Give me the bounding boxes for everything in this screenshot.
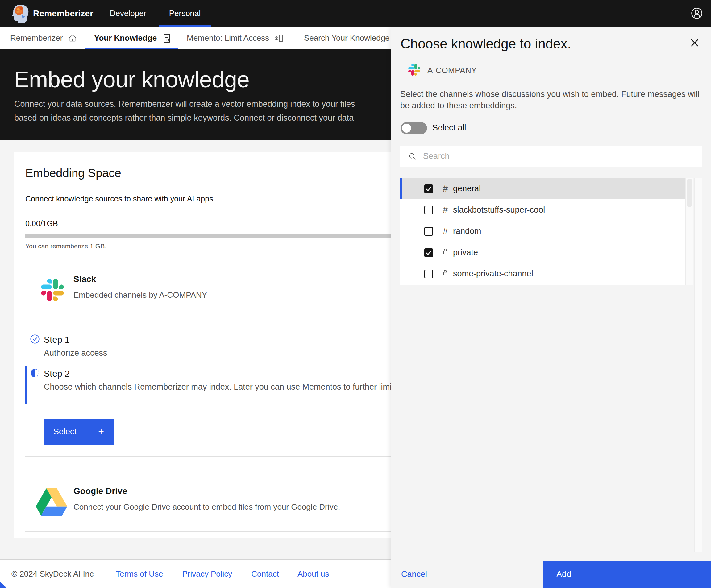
channel-label: random: [453, 226, 481, 236]
channel-list: # general # slackbotstuffs-super-cool # …: [400, 178, 693, 285]
channel-rows: # general # slackbotstuffs-super-cool # …: [400, 178, 685, 285]
channel-checkbox[interactable]: [424, 184, 433, 193]
nav-item-personal[interactable]: Personal: [159, 0, 211, 27]
select-button-label: Select: [53, 427, 77, 437]
active-tab-underline: [85, 47, 178, 49]
brand[interactable]: Rememberizer: [12, 0, 93, 27]
channel-label: general: [453, 184, 481, 193]
panel-title: Choose knowledge to index.: [401, 36, 571, 51]
slack-workspace-icon: [408, 64, 420, 75]
select-all-label: Select all: [432, 123, 466, 133]
panel-description: Select the channels whose discussions yo…: [400, 89, 709, 111]
google-drive-logo-icon: [36, 488, 67, 516]
slack-card-title: Slack: [73, 274, 96, 284]
active-nav-underline: [159, 25, 211, 27]
channel-row[interactable]: # slackbotstuffs-super-cool: [400, 199, 685, 221]
step2-incomplete-icon: [30, 368, 40, 378]
channel-search: [400, 146, 702, 167]
storage-usage-value: 0.00/1GB: [25, 219, 58, 228]
channel-checkbox[interactable]: [424, 206, 433, 214]
channel-label: slackbotstuffs-super-cool: [453, 205, 545, 215]
footer-link-contact[interactable]: Contact: [251, 569, 279, 579]
hero-subtitle-line2: based on ideas and concepts rather than …: [14, 111, 355, 125]
embedding-space-subtitle: Connect knowledge sources to share with …: [25, 194, 215, 203]
current-step-indicator-bar: [25, 366, 27, 404]
channel-row[interactable]: # some-private-channel: [400, 263, 685, 284]
user-account-icon: [690, 6, 704, 20]
channel-type-icon: #: [441, 226, 450, 236]
home-icon: [68, 34, 77, 43]
channel-type-icon: #: [441, 205, 450, 215]
hero-subtitle: Connect your data sources. Rememberizer …: [14, 97, 355, 125]
select-channels-button[interactable]: Select +: [44, 419, 114, 445]
step1-label: Step 1: [44, 335, 70, 345]
channel-type-icon: #: [441, 247, 450, 258]
select-all-toggle[interactable]: [401, 122, 427, 134]
tab-your-knowledge-label: Your Knowledge: [94, 33, 157, 43]
channel-type-icon: #: [441, 269, 450, 279]
rememberizer-logo-icon: [12, 4, 29, 23]
close-panel-button[interactable]: [687, 36, 702, 50]
embedding-space-title: Embedding Space: [25, 167, 121, 180]
workspace-name: A-COMPANY: [427, 66, 477, 75]
tab-search-your-knowledge[interactable]: Search Your Knowledge: [304, 27, 390, 49]
gdrive-card-title: Google Drive: [73, 486, 127, 496]
tab-rememberizer[interactable]: Rememberizer: [10, 27, 77, 49]
add-button-label: Add: [556, 569, 571, 579]
top-nav: Rememberizer Developer Personal: [0, 0, 711, 27]
nav-item-developer[interactable]: Developer: [105, 0, 151, 27]
tab-memento-label: Memento: Limit Access: [187, 33, 269, 43]
search-input[interactable]: [423, 146, 695, 166]
gdrive-card-subtitle: Connect your Google Drive account to emb…: [73, 502, 340, 512]
tab-rememberizer-label: Rememberizer: [10, 33, 63, 43]
toggle-knob: [402, 124, 411, 133]
list-scrollbar-thumb[interactable]: [687, 179, 692, 207]
tab-search-label: Search Your Knowledge: [304, 33, 390, 43]
memento-icon: [274, 33, 284, 43]
footer-link-terms[interactable]: Terms of Use: [116, 569, 163, 579]
channel-label: private: [453, 248, 478, 257]
choose-knowledge-panel: Choose knowledge to index. A-COMPANY Sel…: [391, 27, 711, 588]
channel-checkbox[interactable]: [424, 248, 433, 257]
hero-title: Embed your knowledge: [14, 66, 249, 92]
slack-card-subtitle: Embedded channels by A-COMPANY: [73, 290, 207, 300]
cancel-button-label: Cancel: [401, 569, 427, 579]
channel-row[interactable]: # private: [400, 242, 685, 263]
brand-name: Rememberizer: [33, 9, 93, 19]
channel-checkbox[interactable]: [424, 270, 433, 278]
list-scrollbar[interactable]: [685, 178, 693, 285]
add-button[interactable]: Add: [542, 562, 711, 588]
tab-your-knowledge[interactable]: Your Knowledge: [94, 27, 172, 49]
footer-link-privacy[interactable]: Privacy Policy: [182, 569, 232, 579]
channel-type-icon: #: [441, 183, 450, 194]
step2-label: Step 2: [44, 369, 70, 379]
cancel-button[interactable]: Cancel: [391, 562, 542, 588]
copyright-text: © 2024 SkyDeck AI Inc: [12, 569, 93, 579]
report-document-icon: [162, 33, 172, 43]
footer-link-about[interactable]: About us: [298, 569, 329, 579]
step1-complete-icon: [30, 334, 40, 344]
channel-checkbox[interactable]: [424, 227, 433, 236]
plus-icon: +: [98, 426, 104, 437]
tab-memento-limit-access[interactable]: Memento: Limit Access: [187, 27, 284, 49]
account-button[interactable]: [690, 6, 704, 20]
close-icon: [690, 38, 699, 47]
step1-description: Authorize access: [44, 348, 107, 358]
corner-widget-wedge: [0, 582, 7, 588]
storage-note: You can rememberize 1 GB.: [25, 242, 106, 250]
channel-label: some-private-channel: [453, 269, 533, 279]
nav-divider: [93, 6, 93, 21]
search-icon: [408, 152, 417, 161]
channel-row[interactable]: # random: [400, 221, 685, 242]
channel-row[interactable]: # general: [400, 178, 685, 199]
panel-scrollbar[interactable]: [694, 178, 702, 552]
hero-subtitle-line1: Connect your data sources. Rememberizer …: [14, 97, 355, 111]
step2-description: Choose which channels Rememberizer may i…: [44, 382, 394, 392]
slack-logo-icon: [41, 279, 64, 301]
